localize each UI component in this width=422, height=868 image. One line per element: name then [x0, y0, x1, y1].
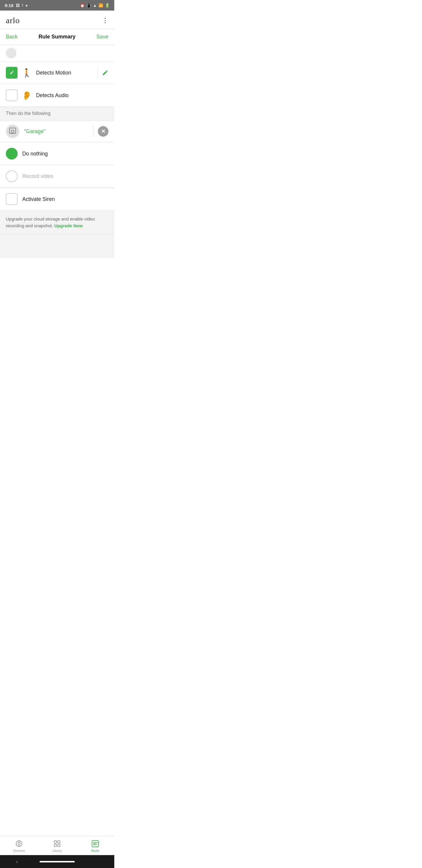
- camera-icon: [8, 127, 17, 135]
- camera-icon-wrap: [6, 125, 19, 138]
- save-button[interactable]: Save: [96, 34, 108, 40]
- record-video-label: Record video: [22, 173, 53, 180]
- alarm-icon: ⏰: [80, 3, 85, 8]
- detects-motion-checkbox[interactable]: [6, 67, 18, 79]
- upgrade-text: Upgrade your cloud storage and enable vi…: [6, 216, 108, 229]
- record-video-row: Record video: [0, 165, 114, 188]
- nav-row: Back Rule Summary Save: [0, 29, 114, 44]
- wifi-icon: ▲: [93, 3, 97, 8]
- upgrade-banner: Upgrade your cloud storage and enable vi…: [0, 211, 114, 235]
- page-title: Rule Summary: [38, 34, 75, 40]
- app-header: arlo ⋮: [0, 10, 114, 29]
- upgrade-now-link[interactable]: Upgrade Now: [54, 223, 83, 228]
- remove-icon: ✕: [101, 129, 105, 134]
- photo-icon: 🖼: [16, 3, 20, 8]
- camera-row: "Garage" ✕: [0, 121, 114, 143]
- partial-icon: [6, 48, 17, 58]
- remove-camera-button[interactable]: ✕: [98, 126, 108, 137]
- status-bar: 9:16 🖼 f ● ⏰ 📳 ▲ 📶 🔋: [0, 0, 114, 10]
- scroll-content: 🚶 Detects Motion 👂 Detects Audio Then do…: [0, 45, 114, 293]
- detects-motion-label: Detects Motion: [36, 70, 98, 76]
- back-button[interactable]: Back: [6, 34, 18, 40]
- do-nothing-row: Do nothing: [0, 143, 114, 165]
- edit-motion-button[interactable]: [98, 67, 108, 78]
- then-section-header: Then do the following: [0, 107, 114, 121]
- do-nothing-radio[interactable]: [6, 148, 18, 159]
- motion-icon: 🚶: [22, 68, 32, 78]
- siren-checkbox[interactable]: [6, 193, 18, 205]
- detects-audio-label: Detects Audio: [36, 92, 108, 98]
- audio-icon: 👂: [22, 91, 32, 100]
- siren-label: Activate Siren: [22, 196, 55, 202]
- activate-siren-row: Activate Siren: [0, 188, 114, 211]
- facebook-icon: f: [22, 3, 23, 8]
- vibrate-icon: 📳: [87, 3, 91, 8]
- then-label: Then do the following: [6, 111, 51, 116]
- status-time: 9:16: [5, 3, 13, 8]
- detects-motion-row: 🚶 Detects Motion: [0, 62, 114, 84]
- content-spacer: [0, 235, 114, 258]
- detects-audio-row: 👂 Detects Audio: [0, 84, 114, 107]
- partial-row: [0, 45, 114, 62]
- camera-name-label: "Garage": [24, 128, 91, 134]
- more-menu-button[interactable]: ⋮: [102, 17, 108, 24]
- remove-separator: ✕: [94, 126, 108, 137]
- dot-icon: ●: [26, 3, 28, 8]
- signal-icon: 📶: [98, 3, 103, 8]
- arlo-logo: arlo: [6, 16, 20, 25]
- record-video-radio[interactable]: [6, 170, 18, 182]
- do-nothing-label: Do nothing: [22, 151, 48, 157]
- detects-audio-checkbox[interactable]: [6, 89, 18, 101]
- battery-icon: 🔋: [105, 3, 109, 8]
